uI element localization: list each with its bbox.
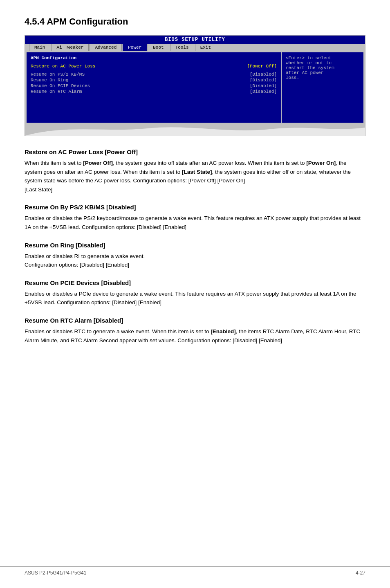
- bios-row-rtc: Resume On RTC Alarm [Disabled]: [31, 89, 277, 94]
- heading-resume-rtc: Resume On RTC Alarm [Disabled]: [25, 317, 365, 324]
- bios-value-restore: [Power Off]: [247, 64, 277, 69]
- section-resume-ps2: Resume On By PS/2 KB/MS [Disabled] Enabl…: [25, 204, 365, 231]
- bios-header-title: BIOS SETUP UTILITY: [25, 36, 365, 44]
- bold-power-off: [Power Off]: [83, 160, 113, 166]
- bios-label-pcie: Resume On PCIE Devices: [31, 83, 90, 88]
- bios-label-ring: Resume On Ring: [31, 78, 68, 83]
- bios-sidebar-text: <Enter> to selectwhether or not torestar…: [286, 56, 334, 80]
- bios-value-pcie: [Disabled]: [250, 83, 277, 88]
- page-title: 4.5.4 APM Configuration: [25, 16, 365, 27]
- bios-tab-power[interactable]: Power: [123, 44, 147, 51]
- section-restore-ac: Restore on AC Power Loss [Power Off] Whe…: [25, 148, 365, 194]
- bios-row-ps2: Resume on PS/2 KB/MS [Disabled]: [31, 72, 277, 77]
- body-resume-ps2: Enables or disables the PS/2 keyboard/mo…: [25, 214, 365, 231]
- bios-tab-row: Main Ai Tweaker Advanced Power Boot Tool…: [25, 44, 365, 51]
- bios-value-rtc: [Disabled]: [250, 89, 277, 94]
- footer-left: ASUS P2-P5G41/P4-P5G41: [25, 570, 86, 576]
- page-footer: ASUS P2-P5G41/P4-P5G41 4-27: [0, 566, 390, 576]
- section-resume-ring: Resume On Ring [Disabled] Enables or dis…: [25, 242, 365, 269]
- bios-wave-decoration: [25, 124, 365, 136]
- bios-screenshot: BIOS SETUP UTILITY Main Ai Tweaker Advan…: [25, 35, 365, 136]
- bios-value-ps2: [Disabled]: [250, 72, 277, 77]
- bios-label-rtc: Resume On RTC Alarm: [31, 89, 82, 94]
- bold-power-on: [Power On]: [306, 160, 336, 166]
- bios-section-title: APM Configuration: [31, 56, 277, 61]
- bios-tab-advanced[interactable]: Advanced: [90, 44, 122, 51]
- bios-sidebar: <Enter> to selectwhether or not torestar…: [282, 52, 363, 123]
- bios-label-ps2: Resume on PS/2 KB/MS: [31, 72, 85, 77]
- bios-label-restore: Restore on AC Power Loss: [31, 64, 95, 69]
- bios-value-ring: [Disabled]: [250, 78, 277, 83]
- heading-resume-ps2: Resume On By PS/2 KB/MS [Disabled]: [25, 204, 365, 211]
- body-restore-ac: When this item is set to [Power Off], th…: [25, 159, 365, 194]
- bios-tab-boot[interactable]: Boot: [148, 44, 169, 51]
- bios-row-restore: Restore on AC Power Loss [Power Off]: [31, 64, 277, 69]
- bios-content: APM Configuration Restore on AC Power Lo…: [25, 51, 365, 124]
- section-resume-pcie: Resume On PCIE Devices [Disabled] Enable…: [25, 279, 365, 307]
- bios-row-ring: Resume On Ring [Disabled]: [31, 78, 277, 83]
- footer-right: 4-27: [356, 570, 365, 576]
- bold-last-state: [Last State]: [182, 169, 212, 175]
- bold-enabled: [Enabled]: [211, 328, 236, 334]
- bios-tab-exit[interactable]: Exit: [195, 44, 216, 51]
- bios-tab-main[interactable]: Main: [29, 44, 50, 51]
- bios-tab-ai[interactable]: Ai Tweaker: [51, 44, 89, 51]
- bios-tab-tools[interactable]: Tools: [170, 44, 194, 51]
- body-resume-ring: Enables or disables RI to generate a wak…: [25, 252, 365, 269]
- heading-resume-pcie: Resume On PCIE Devices [Disabled]: [25, 279, 365, 286]
- bios-row-pcie: Resume On PCIE Devices [Disabled]: [31, 83, 277, 88]
- content-sections: Restore on AC Power Loss [Power Off] Whe…: [25, 148, 365, 345]
- section-resume-rtc: Resume On RTC Alarm [Disabled] Enables o…: [25, 317, 365, 345]
- heading-restore-ac: Restore on AC Power Loss [Power Off]: [25, 148, 365, 155]
- body-resume-rtc: Enables or disables RTC to generate a wa…: [25, 327, 365, 345]
- heading-resume-ring: Resume On Ring [Disabled]: [25, 242, 365, 249]
- body-resume-pcie: Enables or disables a PCIe device to gen…: [25, 290, 365, 307]
- bios-main-panel: APM Configuration Restore on AC Power Lo…: [27, 52, 281, 123]
